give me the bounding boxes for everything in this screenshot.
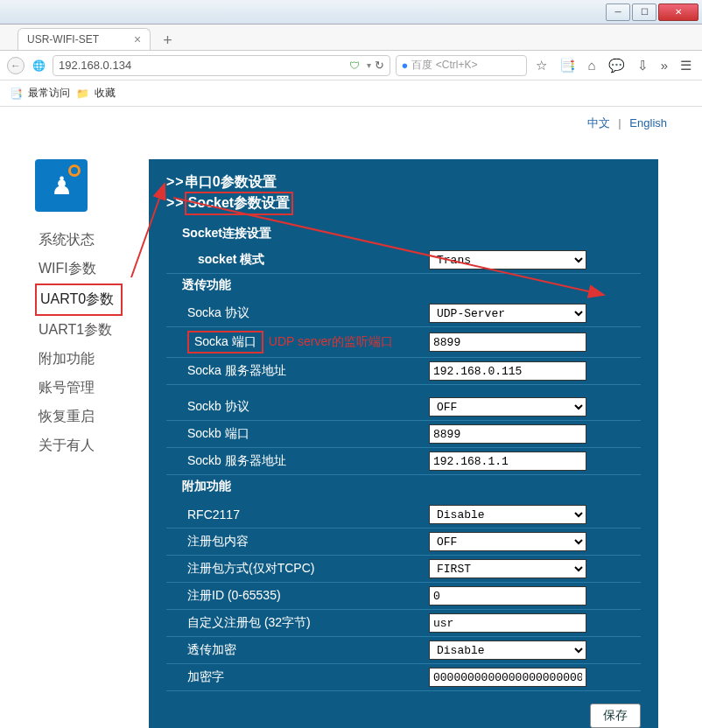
input-custom-reg[interactable] <box>429 613 586 633</box>
annotation-text: UDP server的监听端口 <box>269 334 393 350</box>
shield-icon: 🛡 <box>349 60 360 72</box>
sidebar-item-system[interactable]: 系统状态 <box>35 226 123 255</box>
logo: ♟ <box>35 159 88 212</box>
select-socket-mode[interactable]: Trans <box>429 250 586 270</box>
select-rfc[interactable]: Disable <box>429 505 586 524</box>
row-custom-reg: 自定义注册包 (32字节) <box>166 610 641 637</box>
site-identity-icon[interactable]: 🌐 <box>30 57 47 74</box>
input-reg-id[interactable] <box>429 586 586 606</box>
row-reg-content: 注册包内容 OFF <box>166 528 641 556</box>
maximize-button[interactable]: ☐ <box>632 4 656 21</box>
tab-title: USR-WIFI-SET <box>27 33 99 46</box>
heading-extra: 附加功能 <box>166 479 641 494</box>
heading-trans: 透传功能 <box>166 277 641 293</box>
input-sockb-port[interactable] <box>429 424 586 444</box>
sidebar-item-about[interactable]: 关于有人 <box>35 431 123 460</box>
bookmarks-bar: 📑 最常访问 📁 收藏 <box>0 80 702 107</box>
overflow-icon[interactable]: » <box>657 58 671 73</box>
label-reg-mode: 注册包方式(仅对TCPC) <box>166 561 429 577</box>
select-socka-proto[interactable]: UDP-Server <box>429 304 586 323</box>
heading-socket-conn: Socket连接设置 <box>166 226 641 242</box>
select-encrypt[interactable]: Disable <box>429 640 586 660</box>
row-reg-id: 注册ID (0-65535) <box>166 583 641 610</box>
refresh-icon[interactable]: ↻ <box>375 59 384 72</box>
select-reg-content[interactable]: OFF <box>429 532 586 551</box>
label-reg-content: 注册包内容 <box>166 534 429 550</box>
minimize-button[interactable]: ─ <box>606 4 630 21</box>
language-switcher: 中文 | English <box>587 116 667 131</box>
row-rfc: RFC2117 Disable <box>166 501 641 528</box>
url-dropdown-icon[interactable]: ▾ <box>367 60 371 70</box>
sidebar-item-restore[interactable]: 恢复重启 <box>35 402 123 431</box>
chat-icon[interactable]: 💬 <box>605 58 628 74</box>
sidebar-item-account[interactable]: 账号管理 <box>35 374 123 402</box>
select-sockb-proto[interactable]: OFF <box>429 397 586 416</box>
page-content: 中文 | English ♟ 系统状态 WIFI参数 UART0参数 UART1… <box>0 107 702 728</box>
bookmark-icon: 📑 <box>9 87 23 101</box>
sidebar-item-wifi[interactable]: WIFI参数 <box>35 255 123 284</box>
bookmark-most-visited[interactable]: 最常访问 <box>28 86 70 101</box>
close-button[interactable]: ✕ <box>658 4 698 21</box>
label-sockb-proto: Sockb 协议 <box>166 399 429 415</box>
section-uart[interactable]: >>串口0参数设置 <box>166 173 641 192</box>
url-toolbar: ← 🌐 🛡 ▾ ↻ ● 百度 <Ctrl+K> ☆ 📑 ⌂ 💬 ⇩ » ☰ <box>0 51 702 80</box>
label-socket-mode: socket 模式 <box>166 252 429 268</box>
url-bar[interactable]: 🛡 ▾ ↻ <box>53 55 390 76</box>
svg-line-1 <box>131 184 165 277</box>
logo-ring-icon <box>68 164 81 177</box>
label-socka-port: Socka 端口 <box>187 331 263 354</box>
label-sockb-addr: Sockb 服务器地址 <box>166 453 429 469</box>
menu-icon[interactable]: ☰ <box>677 58 695 74</box>
new-tab-button[interactable]: + <box>158 32 178 50</box>
row-sockb-addr: Sockb 服务器地址 <box>166 448 641 475</box>
library-icon[interactable]: 📑 <box>556 58 579 74</box>
label-socka-addr: Socka 服务器地址 <box>166 363 429 379</box>
row-socket-mode: socket 模式 Trans <box>166 247 641 274</box>
input-key[interactable] <box>429 668 586 687</box>
row-sockb-proto: Sockb 协议 OFF <box>166 394 641 421</box>
lang-chinese[interactable]: 中文 <box>587 116 610 130</box>
window-titlebar: ─ ☐ ✕ <box>0 0 702 24</box>
browser-tabs: USR-WIFI-SET × + <box>0 24 702 51</box>
row-sockb-port: Sockb 端口 <box>166 421 641 448</box>
url-input[interactable] <box>59 59 349 72</box>
sidebar: ♟ 系统状态 WIFI参数 UART0参数 UART1参数 附加功能 账号管理 … <box>35 159 123 728</box>
label-key: 加密字 <box>166 669 429 685</box>
label-socka-proto: Socka 协议 <box>166 305 429 321</box>
lang-english[interactable]: English <box>629 116 667 130</box>
input-socka-addr[interactable] <box>429 361 586 381</box>
row-socka-proto: Socka 协议 UDP-Server <box>166 300 641 327</box>
download-icon[interactable]: ⇩ <box>634 58 652 74</box>
row-reg-mode: 注册包方式(仅对TCPC) FIRST <box>166 556 641 583</box>
row-socka-port: Socka 端口 UDP server的监听端口 <box>166 327 641 358</box>
row-encrypt: 透传加密 Disable <box>166 637 641 664</box>
label-reg-id: 注册ID (0-65535) <box>166 588 429 604</box>
label-sockb-port: Sockb 端口 <box>166 426 429 442</box>
save-button[interactable]: 保存 <box>590 704 641 728</box>
row-socka-addr: Socka 服务器地址 <box>166 358 641 385</box>
search-provider-icon: ● <box>402 59 409 72</box>
back-button[interactable]: ← <box>7 57 25 74</box>
folder-icon: 📁 <box>75 87 89 101</box>
bookmark-star-icon[interactable]: ☆ <box>532 58 551 74</box>
logo-person-icon: ♟ <box>51 172 73 200</box>
sidebar-item-extra[interactable]: 附加功能 <box>35 345 123 374</box>
search-placeholder: 百度 <Ctrl+K> <box>411 58 477 73</box>
label-rfc: RFC2117 <box>166 508 429 522</box>
input-sockb-addr[interactable] <box>429 452 586 471</box>
label-encrypt: 透传加密 <box>166 642 429 658</box>
browser-tab[interactable]: USR-WIFI-SET × <box>18 28 151 50</box>
tab-close-icon[interactable]: × <box>134 32 141 46</box>
select-reg-mode[interactable]: FIRST <box>429 559 586 578</box>
label-custom-reg: 自定义注册包 (32字节) <box>166 615 429 631</box>
input-socka-port[interactable] <box>429 332 586 352</box>
home-icon[interactable]: ⌂ <box>585 58 600 73</box>
main-content: >>串口0参数设置 >>Socket参数设置 Socket连接设置 socket… <box>149 159 658 728</box>
sidebar-item-uart0[interactable]: UART0参数 <box>35 284 123 316</box>
bookmark-favorites[interactable]: 收藏 <box>95 86 116 101</box>
row-key: 加密字 <box>166 664 641 691</box>
section-socket[interactable]: >>Socket参数设置 <box>166 192 641 215</box>
sidebar-item-uart1[interactable]: UART1参数 <box>35 316 123 345</box>
search-box[interactable]: ● 百度 <Ctrl+K> <box>396 55 527 76</box>
